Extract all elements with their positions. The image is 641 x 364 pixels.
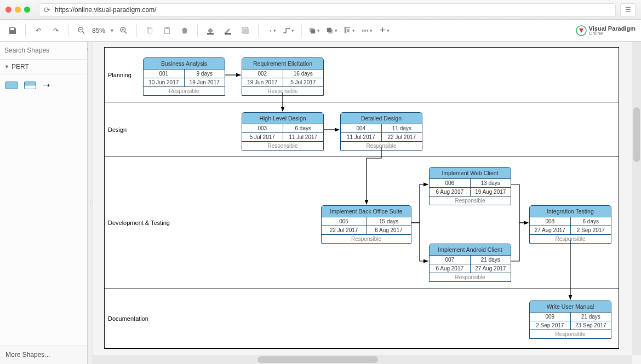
task-node[interactable]: Detailed Design 00411 days 11 Jul 201722… (340, 112, 422, 151)
pert-diagram[interactable]: Planning Business Analysis 0019 days 10 … (104, 47, 619, 349)
copy-button[interactable] (142, 24, 157, 38)
palette-title: PERT (12, 63, 29, 71)
url-text: https://online.visual-paradigm.com/ (55, 6, 156, 14)
task-node[interactable]: Implement Back Office Suite 00515 days 2… (321, 205, 411, 244)
zoom-level: 85% (91, 27, 106, 34)
svg-rect-14 (243, 28, 249, 34)
svg-rect-16 (311, 29, 316, 33)
to-back-button[interactable]: ▾ (325, 24, 339, 38)
delete-button[interactable] (178, 24, 192, 38)
collapse-icon: ▼ (4, 64, 9, 70)
task-node[interactable]: High Level Design 0036 days 5 Jul 201711… (242, 112, 324, 151)
undo-button[interactable]: ↶ (31, 24, 45, 38)
to-front-button[interactable]: ▾ (307, 24, 322, 38)
reload-icon[interactable]: ⟳ (44, 5, 50, 14)
address-bar[interactable]: ⟳ https://online.visual-paradigm.com/ (39, 3, 616, 16)
svg-rect-12 (225, 33, 231, 34)
minimize-window-icon[interactable] (15, 7, 21, 13)
shape-connector[interactable]: ➝ (43, 80, 50, 90)
svg-line-4 (125, 31, 127, 33)
zoom-dropdown-icon[interactable]: ▼ (110, 28, 115, 33)
connector-style-button[interactable]: →▾ (264, 24, 278, 38)
redo-button[interactable]: ↷ (49, 24, 63, 38)
line-color-button[interactable] (221, 24, 235, 38)
fill-color-button[interactable] (203, 24, 218, 38)
window-controls (5, 7, 30, 13)
svg-rect-18 (327, 27, 331, 32)
horizontal-scrollbar[interactable] (93, 355, 632, 364)
align-button[interactable]: ▾ (342, 24, 357, 38)
shapes-sidebar: 🔍 ▼ PERT ➝ More Shapes... (0, 42, 88, 364)
paste-button[interactable] (160, 24, 174, 38)
svg-rect-23 (365, 30, 367, 32)
canvas-area[interactable]: Planning Business Analysis 0019 days 10 … (93, 42, 641, 364)
vertical-scrollbar[interactable] (632, 42, 641, 355)
close-window-icon[interactable] (5, 7, 12, 13)
svg-line-1 (83, 31, 85, 33)
svg-rect-8 (148, 28, 152, 33)
distribute-button[interactable]: ▾ (360, 24, 374, 38)
svg-rect-11 (207, 33, 214, 34)
zoom-out-button[interactable] (75, 24, 89, 38)
browser-chrome: ⟳ https://online.visual-paradigm.com/ ☰ (0, 0, 641, 20)
task-node[interactable]: Implement Web Client 00613 days 6 Aug 20… (429, 167, 511, 205)
browser-menu-button[interactable]: ☰ (620, 3, 636, 16)
svg-rect-24 (367, 30, 369, 32)
more-shapes-button[interactable]: More Shapes... (0, 345, 87, 364)
brand-logo: Visual Paradigm Online (576, 25, 636, 36)
task-node[interactable]: Write User Manual 00921 days 2 Sep 20172… (529, 301, 611, 339)
shadow-button[interactable] (238, 24, 253, 38)
svg-rect-19 (345, 28, 347, 33)
task-node[interactable]: Requirement Elicitation 00216 days 19 Ju… (242, 57, 324, 96)
app-toolbar: ↶ ↷ 85% ▼ →▾ ▾ ▾ ▾ ▾ ▾ +▾ Visual Paradig… (0, 20, 641, 42)
search-input[interactable] (4, 47, 87, 54)
save-button[interactable] (5, 24, 20, 38)
add-button[interactable]: +▾ (377, 24, 392, 38)
zoom-in-button[interactable] (117, 24, 131, 38)
shape-pert-task-simple[interactable] (5, 82, 18, 89)
maximize-window-icon[interactable] (24, 7, 30, 13)
task-node[interactable]: Business Analysis 0019 days 10 Jun 20171… (143, 57, 225, 96)
svg-rect-20 (347, 29, 350, 32)
shape-pert-task-detailed[interactable] (24, 82, 36, 89)
connector-route-button[interactable]: ▾ (282, 24, 296, 38)
svg-rect-10 (165, 27, 168, 28)
svg-rect-22 (362, 30, 364, 32)
sidebar-resize-handle[interactable]: ⋮ (88, 42, 93, 364)
task-node[interactable]: Implement Android Client 00721 days 6 Au… (429, 244, 511, 282)
palette-header-pert[interactable]: ▼ PERT (0, 60, 87, 74)
task-node[interactable]: Integration Testing 0086 days 27 Aug 201… (529, 205, 611, 244)
